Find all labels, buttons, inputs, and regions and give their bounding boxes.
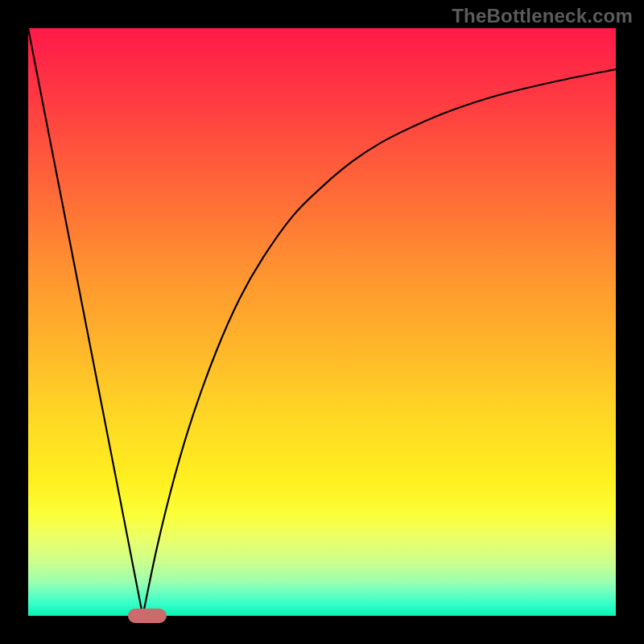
- curve-path: [28, 28, 616, 616]
- curve-svg: [28, 28, 616, 616]
- chart-frame: TheBottleneck.com: [0, 0, 644, 644]
- min-marker: [128, 609, 166, 623]
- plot-area: [28, 28, 616, 616]
- watermark-text: TheBottleneck.com: [452, 5, 633, 27]
